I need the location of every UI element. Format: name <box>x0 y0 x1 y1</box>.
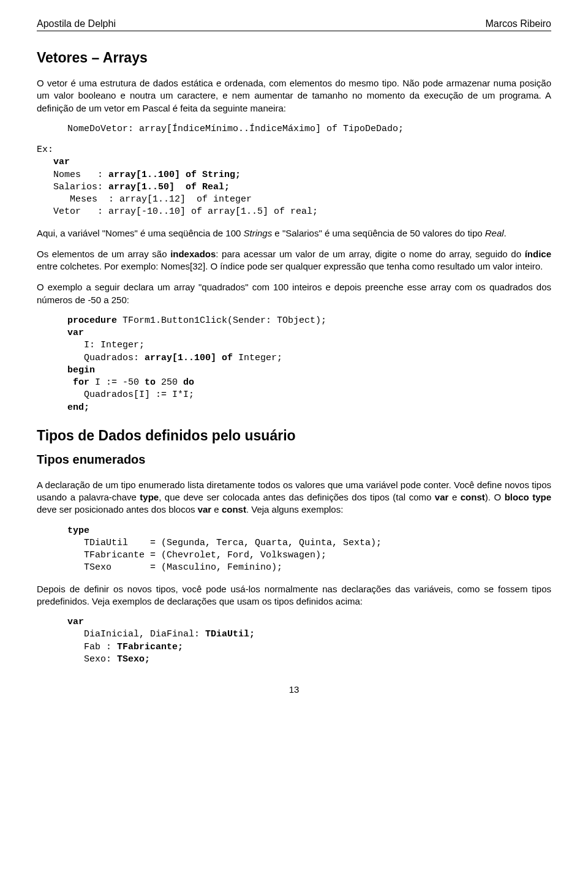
paragraph: A declaração de um tipo enumerado lista … <box>37 479 551 516</box>
code-block-var-decl: var DiaInicial, DiaFinal: TDiaUtil; Fab … <box>37 616 551 666</box>
paragraph: Depois de definir os novos tipos, você p… <box>37 583 551 608</box>
section-title-user-types: Tipos de Dados definidos pelo usuário <box>37 428 551 444</box>
document-page: Apostila de Delphi Marcos Ribeiro Vetore… <box>0 0 588 882</box>
code-block-syntax: NomeDoVetor: array[ÍndiceMínimo..ÍndiceM… <box>37 123 551 135</box>
code-block-procedure: procedure TForm1.Button1Click(Sender: TO… <box>37 315 551 414</box>
header-right: Marcos Ribeiro <box>485 18 551 29</box>
page-header: Apostila de Delphi Marcos Ribeiro <box>37 18 551 29</box>
code-block-type-decl: type TDiaUtil = (Segunda, Terca, Quarta,… <box>37 525 551 575</box>
section-title-vectors: Vetores – Arrays <box>37 50 551 66</box>
header-left: Apostila de Delphi <box>37 18 116 29</box>
page-number: 13 <box>37 684 551 695</box>
paragraph: O vetor é uma estrutura de dados estátic… <box>37 77 551 115</box>
example-label: Ex: <box>37 145 53 155</box>
paragraph: Aqui, a variável "Nomes" é uma seqüência… <box>37 227 551 239</box>
subsection-title-enum: Tipos enumerados <box>37 453 551 467</box>
header-divider <box>37 31 551 31</box>
paragraph: Os elementos de um array são indexados: … <box>37 248 551 273</box>
code-block-example-decl: Ex: var Nomes : array[1..100] of String;… <box>37 144 551 219</box>
paragraph: O exemplo a seguir declara um array "qua… <box>37 281 551 306</box>
